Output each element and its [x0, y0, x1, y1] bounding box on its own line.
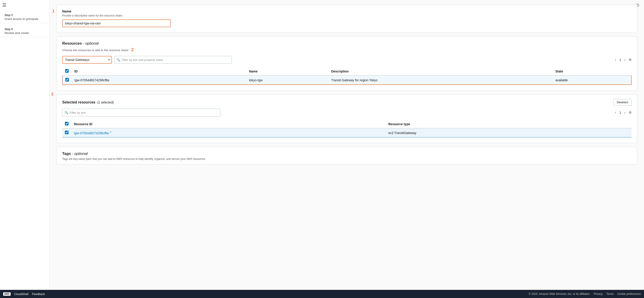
- name-section: 1 Name Provide a descriptive name for th…: [56, 5, 637, 33]
- sidebar: Step 3 Grant access to principals Step 4…: [0, 0, 50, 290]
- selected-gear-icon[interactable]: ⚙: [628, 110, 632, 115]
- cloudshell-label[interactable]: CloudShell: [14, 292, 28, 296]
- selected-col-resource-type: Resource type: [386, 120, 632, 128]
- selected-resources-header: Selected resources (1 selected) Deselect: [62, 99, 632, 105]
- selected-next-btn[interactable]: ›: [623, 110, 627, 115]
- resources-table-row: tgw-07054d8274298cf8a tokyo-tgw Transit …: [62, 75, 631, 85]
- sidebar-step-3: Step 3 Grant access to principals: [0, 11, 50, 23]
- selected-col-checkbox: [62, 120, 71, 128]
- selected-filter-row: 🔍 ‹ 1 › ⚙: [62, 109, 632, 116]
- selected-resources-table: Resource ID Resource type tgw-07054d8274…: [62, 120, 632, 137]
- resources-select-all-checkbox[interactable]: [65, 69, 69, 73]
- copyright-text: © 2024, Amazon Web Services, Inc. or its…: [529, 292, 590, 295]
- tags-subtitle: Tags are key-value pairs that you can ad…: [62, 157, 632, 161]
- selected-table-row: tgw-07054d8274298cf8a↗ ec2:TransitGatewa…: [62, 128, 632, 137]
- selected-select-all-checkbox[interactable]: [65, 122, 68, 125]
- sidebar-step-4: Step 4 Review and create: [0, 25, 50, 37]
- resources-row-checkbox[interactable]: [65, 78, 69, 82]
- resources-subtitle: Choose the resources to add to the resou…: [62, 47, 632, 52]
- hamburger-menu[interactable]: ☰: [2, 2, 6, 8]
- sidebar-step-3-num: Step 3: [4, 14, 45, 17]
- resources-col-description: Description: [328, 67, 553, 75]
- selected-resources-title: Selected resources (1 selected): [62, 100, 114, 104]
- privacy-link[interactable]: Privacy: [594, 292, 602, 295]
- resources-filter-row: Transit Gateways ▾ 🔍 ‹ 1 › ⚙: [62, 56, 632, 64]
- resource-type-select-wrapper: Transit Gateways ▾: [62, 56, 112, 64]
- bottom-links: Privacy Terms Cookie preferences: [594, 292, 641, 295]
- resources-col-state: State: [553, 67, 631, 75]
- resources-prev-btn[interactable]: ‹: [614, 57, 618, 62]
- tags-title: Tags - optional: [62, 152, 632, 156]
- resources-col-name: Name: [246, 67, 328, 75]
- feedback-label[interactable]: Feedback: [32, 292, 45, 296]
- selected-prev-btn[interactable]: ‹: [614, 110, 618, 115]
- selected-row-resource-type: ec2:TransitGateway: [386, 128, 632, 137]
- selected-resources-count: (1 selected): [97, 100, 114, 104]
- main-content: 1 Name Provide a descriptive name for th…: [50, 0, 644, 290]
- selected-filter-input[interactable]: [62, 109, 220, 116]
- resources-next-btn[interactable]: ›: [623, 57, 627, 62]
- resources-row-checkbox-cell: [62, 75, 72, 85]
- selected-filter-wrapper: 🔍: [62, 109, 612, 116]
- selected-col-resource-id: Resource ID: [71, 120, 386, 128]
- sidebar-step-4-num: Step 4: [4, 28, 45, 31]
- resources-gear-icon[interactable]: ⚙: [628, 58, 632, 62]
- selected-resources-section: Selected resources (1 selected) Deselect…: [56, 94, 637, 143]
- name-hint: Provide a descriptive name for the resou…: [62, 14, 632, 17]
- resources-filter-wrapper: 🔍: [114, 56, 232, 64]
- resources-pagination: ‹ 1 › ⚙: [614, 57, 632, 62]
- name-label: Name: [62, 9, 632, 13]
- resources-row-description: Transit Gateway for region Tokyo: [328, 75, 553, 85]
- sidebar-step-4-label: Review and create: [4, 31, 45, 35]
- step-1-indicator: 1: [52, 9, 54, 14]
- resources-table-header-row: ID Name Description State: [62, 67, 631, 75]
- selected-search-icon: 🔍: [64, 111, 68, 114]
- resource-id-link[interactable]: tgw-07054d8274298cf8a↗: [74, 131, 111, 135]
- selected-row-checkbox-cell: [62, 128, 71, 137]
- resources-row-state: available: [553, 75, 631, 85]
- bottom-bar: AWS CloudShell Feedback © 2024, Amazon W…: [0, 290, 644, 298]
- resource-type-select[interactable]: Transit Gateways: [62, 56, 112, 64]
- selected-row-checkbox[interactable]: [65, 131, 68, 134]
- resources-page-num: 1: [619, 58, 621, 62]
- resources-title: Resources - optional: [62, 41, 632, 46]
- resources-search-icon: 🔍: [116, 58, 120, 62]
- cookie-preferences-link[interactable]: Cookie preferences: [617, 292, 641, 295]
- resources-col-checkbox: [62, 67, 72, 75]
- resources-col-id: ID: [72, 67, 246, 75]
- selected-pagination: ‹ 1 › ⚙: [614, 110, 632, 115]
- resources-row-name: tokyo-tgw: [246, 75, 328, 85]
- tags-section: Tags - optional Tags are key-value pairs…: [56, 147, 637, 164]
- deselect-button[interactable]: Deselect: [613, 99, 632, 105]
- resources-table: ID Name Description State tgw-07054d8274…: [62, 67, 632, 85]
- terms-link[interactable]: Terms: [606, 292, 614, 295]
- selected-table-header-row: Resource ID Resource type: [62, 120, 632, 128]
- selected-page-num: 1: [619, 111, 621, 114]
- resources-row-id: tgw-07054d8274298cf8a: [72, 75, 246, 85]
- resources-section: Resources - optional Choose the resource…: [56, 37, 637, 91]
- step-3-indicator: 3: [51, 92, 53, 97]
- step-2-indicator: 2: [131, 47, 134, 52]
- resources-filter-input[interactable]: [114, 56, 232, 64]
- cloudshell-icon: AWS: [3, 292, 11, 296]
- name-input[interactable]: [62, 20, 171, 27]
- sidebar-step-3-label: Grant access to principals: [4, 17, 45, 21]
- selected-row-resource-id: tgw-07054d8274298cf8a↗: [71, 128, 386, 137]
